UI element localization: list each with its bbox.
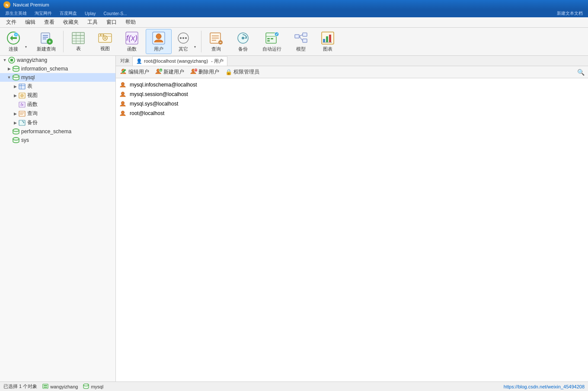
query-db-label: 查询: [27, 110, 38, 117]
taskbar-item-2[interactable]: 百度网盘: [56, 10, 80, 16]
content-tab-users[interactable]: 👤 root@localhost (wangyizhang) - 用户: [132, 56, 227, 66]
user-item-name-2: mysql.sys@localhost: [130, 101, 178, 107]
table-icon: [71, 31, 85, 45]
svg-point-38: [242, 37, 244, 39]
view-icon: [98, 31, 112, 45]
status-db-name: mysql: [91, 384, 103, 389]
user-item-icon-1: [119, 91, 127, 98]
menu-favorites[interactable]: 收藏夹: [59, 18, 83, 27]
tree-mysql-backup[interactable]: ▶ 备份: [0, 118, 115, 127]
user-list: mysql.infoschema@localhost mysql.session…: [116, 78, 588, 381]
connect-arrow[interactable]: ▾: [25, 29, 30, 54]
view-db-icon: [18, 92, 26, 99]
func-db-icon: fx: [18, 101, 26, 108]
model-label: 模型: [296, 46, 306, 52]
new-query-button[interactable]: + 新建查询: [31, 29, 61, 54]
status-connection-name: wangyizhang: [50, 384, 78, 389]
tree-db-performance-schema[interactable]: ▶ performance_schema: [0, 127, 115, 136]
backup-db-icon: [18, 119, 26, 126]
table-db-icon: [18, 83, 26, 90]
taskbar-item-0[interactable]: 原生主英雄: [2, 10, 30, 16]
user-button[interactable]: 用户: [146, 29, 172, 54]
menu-file[interactable]: 文件: [2, 18, 21, 27]
tree-mysql-func[interactable]: ▶ fx 函数: [0, 100, 115, 109]
user-item-1[interactable]: mysql.session@localhost: [116, 90, 588, 99]
view-button[interactable]: 视图: [92, 29, 118, 54]
svg-point-30: [185, 37, 187, 39]
other-arrow[interactable]: ▾: [194, 29, 199, 54]
svg-text:N: N: [6, 3, 9, 7]
status-connection: wangyizhang mysql: [42, 384, 103, 390]
svg-text:fx: fx: [20, 103, 24, 107]
chart-label: 图表: [323, 46, 332, 52]
tree-mysql-query[interactable]: ▶ 查询: [0, 109, 115, 118]
new-user-button[interactable]: + 新建用户: [153, 67, 187, 77]
table-db-label: 表: [27, 83, 32, 90]
autorun-button[interactable]: ✓ 自动运行: [257, 29, 287, 54]
search-icon-button[interactable]: 🔍: [575, 68, 586, 77]
svg-rect-89: [43, 384, 48, 388]
sys-label: sys: [21, 137, 29, 143]
status-text: 已选择 1 个对象: [3, 383, 37, 390]
connection-label: wangyizhang: [17, 57, 47, 63]
svg-rect-11: [72, 32, 84, 44]
tree-mysql-view[interactable]: ▶ 视图: [0, 91, 115, 100]
taskbar-item-4[interactable]: Counter-S...: [100, 11, 131, 16]
tree-db-information-schema[interactable]: ▶ information_schema: [0, 64, 115, 73]
taskbar-item-5[interactable]: 新建文本文档: [553, 10, 586, 16]
svg-rect-52: [323, 39, 325, 42]
svg-text:✓: ✓: [275, 32, 278, 36]
user-item-2[interactable]: mysql.sys@localhost: [116, 99, 588, 109]
privilege-manager-button[interactable]: 🔒 权限管理员: [223, 67, 262, 77]
edit-user-button[interactable]: 编辑用户: [118, 67, 152, 77]
other-label: 其它: [179, 46, 188, 52]
query-label: 查询: [211, 46, 221, 52]
view-tree-arrow: ▶: [12, 93, 18, 98]
chart-button[interactable]: 图表: [315, 29, 341, 54]
edit-user-label: 编辑用户: [128, 68, 149, 76]
mysql-arrow: ▼: [6, 75, 12, 80]
menu-window[interactable]: 窗口: [102, 18, 121, 27]
tree-db-mysql[interactable]: ▼ mysql: [0, 73, 115, 82]
other-icon: [176, 31, 190, 45]
tree-db-sys[interactable]: ▶ sys: [0, 136, 115, 144]
backup-db-label: 备份: [27, 119, 38, 126]
table-button[interactable]: 表: [65, 29, 91, 54]
query-icon: [209, 31, 223, 45]
svg-point-67: [22, 95, 22, 96]
taskbar-item-1[interactable]: 淘宝网件: [31, 10, 55, 16]
menu-help[interactable]: 帮助: [121, 18, 140, 27]
delete-user-button[interactable]: − 删除用户: [188, 67, 222, 77]
delete-user-icon: −: [190, 68, 197, 76]
tree-connection[interactable]: ▼ wangyizhang: [0, 56, 115, 64]
user-item-name-3: root@localhost: [130, 110, 164, 116]
privilege-label: 权限管理员: [233, 68, 259, 76]
mysql-icon: [12, 74, 20, 81]
svg-rect-54: [329, 35, 331, 42]
function-button[interactable]: f(x) 函数: [119, 29, 145, 54]
menu-tools[interactable]: 工具: [83, 18, 102, 27]
content-tabs: 对象 👤 root@localhost (wangyizhang) - 用户: [116, 56, 588, 66]
mysql-label: mysql: [21, 74, 35, 80]
tree-mysql-table[interactable]: ▶ 表: [0, 82, 115, 91]
new-query-label: 新建查询: [37, 46, 56, 52]
autorun-icon: ✓: [265, 31, 279, 45]
backup-button[interactable]: 备份: [230, 29, 256, 54]
status-db-icon2: [83, 384, 89, 390]
func-db-label: 函数: [27, 101, 38, 108]
user-item-0[interactable]: mysql.infoschema@localhost: [116, 80, 588, 90]
svg-point-86: [121, 92, 125, 95]
svg-rect-62: [19, 84, 25, 89]
other-button-group: 其它 ▾: [173, 29, 199, 54]
model-button[interactable]: 模型: [288, 29, 314, 54]
new-query-icon: +: [39, 31, 53, 45]
svg-point-22: [102, 34, 104, 36]
taskbar-item-3[interactable]: Uplay: [81, 11, 99, 16]
menu-view[interactable]: 查看: [40, 18, 59, 27]
other-button[interactable]: 其它: [173, 29, 194, 54]
sys-icon: [12, 137, 20, 144]
connect-button[interactable]: + 连接: [2, 29, 25, 54]
query-button[interactable]: 查询: [203, 29, 229, 54]
menu-edit[interactable]: 编辑: [21, 18, 40, 27]
user-item-3[interactable]: root@localhost: [116, 109, 588, 118]
